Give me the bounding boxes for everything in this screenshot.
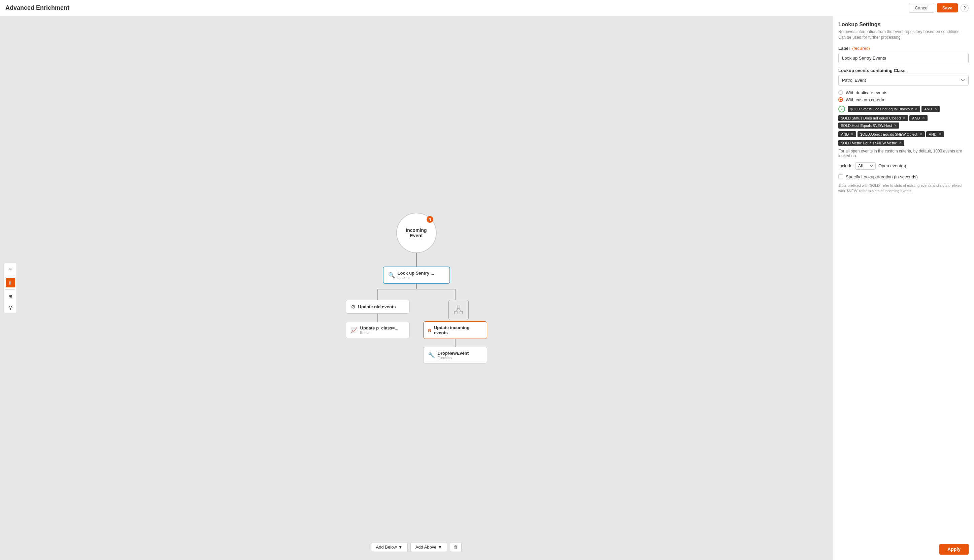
- header-actions: Cancel Save ?: [909, 3, 969, 13]
- branch-left: ⚙ Update old events 📈 Update p_class=...…: [346, 300, 410, 338]
- criteria-and-4-remove[interactable]: ✕: [939, 132, 941, 136]
- drop-content: DropNewEvent Function: [438, 351, 469, 360]
- lookup-class-group: Lookup events containing Class Patrol Ev…: [838, 68, 969, 90]
- lookup-icon: 🔍: [388, 272, 395, 278]
- update-p-title: Update p_class=...: [360, 325, 399, 330]
- delete-button[interactable]: 🗑: [450, 542, 462, 552]
- radio-custom[interactable]: With custom criteria: [838, 97, 969, 102]
- criteria-tag-5-remove[interactable]: ✕: [899, 141, 902, 145]
- sidebar: Lookup Settings Retrieves information fr…: [832, 16, 974, 560]
- duration-checkbox[interactable]: [838, 174, 843, 179]
- incoming-label-line2: Event: [410, 233, 422, 238]
- criteria-section: ✓ $OLD.Status Does not equal Blackout ✕ …: [838, 106, 969, 146]
- drop-sub: Function: [438, 356, 469, 360]
- criteria-row-4: $OLD.Metric Equals $NEW.Metric ✕: [838, 140, 969, 146]
- radio-dot-2: [838, 97, 843, 102]
- node-lookup[interactable]: 🔍 Look up Sentry ... Lookup: [383, 267, 450, 284]
- criteria-tag-4-remove[interactable]: ✕: [919, 132, 922, 136]
- node-update-old[interactable]: ⚙ Update old events: [346, 300, 410, 314]
- canvas: ≡ ▌ ⊞ ◎ N Incoming Event 🔍: [0, 16, 832, 560]
- node-drop-new-event[interactable]: 🔧 DropNewEvent Function: [423, 347, 487, 363]
- include-label: Include: [838, 163, 852, 168]
- update-incoming-icon: N: [428, 328, 431, 333]
- update-old-content: Update old events: [358, 304, 396, 309]
- node-ghost: [449, 300, 469, 320]
- required-marker: (required): [852, 46, 870, 51]
- criteria-note: For all open events in the custom criter…: [838, 149, 969, 158]
- drop-title: DropNewEvent: [438, 351, 469, 356]
- add-above-chevron: ▼: [438, 545, 442, 550]
- svg-line-8: [459, 308, 461, 311]
- cancel-button[interactable]: Cancel: [909, 3, 934, 13]
- label-input[interactable]: [838, 53, 969, 63]
- criteria-row-1: ✓ $OLD.Status Does not equal Blackout ✕ …: [838, 106, 969, 112]
- duration-label: Specify Lookup duration (in seconds): [846, 174, 918, 179]
- save-button[interactable]: Save: [937, 3, 958, 12]
- add-below-chevron: ▼: [398, 545, 403, 550]
- include-open-events: Open event(s): [878, 163, 906, 168]
- incoming-badge: N: [427, 216, 433, 223]
- update-p-icon: 📈: [351, 327, 357, 333]
- apply-button[interactable]: Apply: [939, 544, 969, 555]
- lookup-title: Look up Sentry ...: [398, 271, 445, 276]
- sidebar-title: Lookup Settings: [838, 22, 969, 28]
- include-select[interactable]: AllAnyNone: [855, 162, 876, 170]
- branch-lines: [344, 284, 489, 300]
- sidebar-desc: Retrieves information from the event rep…: [838, 29, 969, 40]
- label-field-group: Label (required): [838, 46, 969, 68]
- lookup-class-select[interactable]: Patrol EventAll EventsSecurity Event: [838, 75, 969, 85]
- svg-rect-4: [457, 306, 460, 308]
- slots-note: Slots prefixed with '$OLD' refer to slot…: [838, 183, 969, 194]
- add-above-button[interactable]: Add Above ▼: [410, 542, 447, 552]
- criteria-tag-and-1: AND ✕: [921, 106, 939, 112]
- help-button[interactable]: ?: [961, 4, 969, 12]
- lookup-sub: Lookup: [398, 276, 445, 280]
- add-below-button[interactable]: Add Below ▼: [371, 542, 408, 552]
- add-above-label: Add Above: [415, 545, 437, 550]
- connector-right: [455, 339, 455, 347]
- lookup-content: Look up Sentry ... Lookup: [398, 271, 445, 280]
- criteria-tag-3-remove[interactable]: ✕: [894, 123, 897, 127]
- ghost-icon: [453, 305, 464, 315]
- update-p-content: Update p_class=... Enrich: [360, 325, 399, 335]
- criteria-tag-and-3: AND ✕: [838, 131, 856, 137]
- criteria-tag-3: $OLD.Host Equals $NEW.Host ✕: [838, 122, 899, 128]
- criteria-row-3: AND ✕ $OLD.Object Equals $NEW.Object ✕ A…: [838, 131, 969, 137]
- update-p-sub: Enrich: [360, 330, 399, 335]
- header: Advanced Enrichment Cancel Save ?: [0, 0, 974, 16]
- criteria-tag-2-remove[interactable]: ✕: [902, 116, 905, 120]
- update-incoming-content: Update incoming events: [434, 325, 482, 335]
- node-incoming-event[interactable]: N Incoming Event: [396, 213, 437, 253]
- criteria-and-2-remove[interactable]: ✕: [922, 116, 925, 120]
- criteria-tag-4: $OLD.Object Equals $NEW.Object ✕: [857, 131, 924, 137]
- main-container: ≡ ▌ ⊞ ◎ N Incoming Event 🔍: [0, 16, 974, 560]
- incoming-label-line1: Incoming: [406, 228, 427, 233]
- duration-checkbox-row: Specify Lookup duration (in seconds): [838, 174, 969, 179]
- criteria-tag-and-2: AND ✕: [909, 115, 927, 121]
- criteria-and-3-remove[interactable]: ✕: [851, 132, 854, 136]
- lookup-class-label: Lookup events containing Class: [838, 68, 969, 73]
- node-update-incoming[interactable]: N Update incoming events: [423, 322, 487, 339]
- radio-duplicate[interactable]: With duplicate events: [838, 90, 969, 95]
- update-old-title: Update old events: [358, 304, 396, 309]
- flow-inner: N Incoming Event 🔍 Look up Sentry ... Lo…: [344, 213, 489, 363]
- bottom-toolbar: Add Below ▼ Add Above ▼ 🗑: [371, 542, 462, 552]
- svg-rect-5: [455, 311, 457, 314]
- radio-dot-1: [838, 90, 843, 95]
- criteria-tag-and-4: AND ✕: [926, 131, 944, 137]
- page-title: Advanced Enrichment: [5, 4, 69, 12]
- update-old-icon: ⚙: [351, 303, 355, 310]
- criteria-tag-1: $OLD.Status Does not equal Blackout ✕: [848, 106, 920, 112]
- criteria-row-2: $OLD.Status Does not equal Closed ✕ AND …: [838, 115, 969, 128]
- criteria-and-1-remove[interactable]: ✕: [934, 107, 937, 111]
- include-row: Include AllAnyNone Open event(s): [838, 162, 969, 170]
- connector-1: [416, 253, 417, 267]
- label-field-label: Label (required): [838, 46, 969, 51]
- radio-label-2: With custom criteria: [846, 97, 884, 102]
- add-below-label: Add Below: [376, 545, 397, 550]
- svg-rect-6: [460, 311, 463, 314]
- svg-line-7: [456, 308, 459, 311]
- node-update-p-class[interactable]: 📈 Update p_class=... Enrich: [346, 322, 410, 338]
- criteria-tag-1-remove[interactable]: ✕: [915, 107, 917, 111]
- branch-right: N Update incoming events 🔧 DropNewEvent …: [423, 300, 487, 363]
